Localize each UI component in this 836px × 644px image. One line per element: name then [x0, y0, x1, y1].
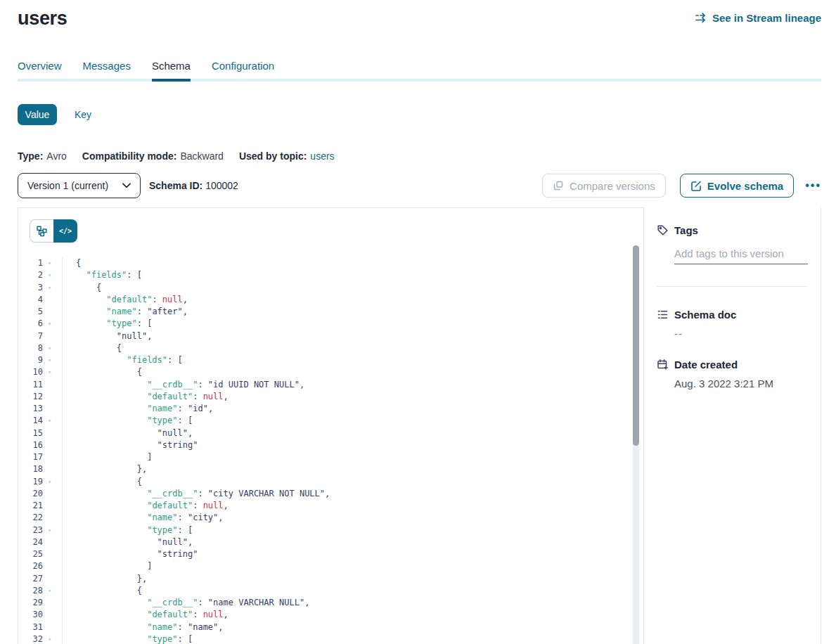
- fold-toggle[interactable]: ▾: [45, 257, 63, 269]
- fold-gutter: [45, 427, 63, 439]
- line-number: 11: [18, 379, 45, 391]
- code-line: 1▾{: [18, 257, 643, 269]
- tags-title: Tags: [674, 224, 698, 236]
- fold-toggle[interactable]: ▾: [45, 524, 63, 536]
- line-number: 22: [18, 512, 45, 524]
- fold-toggle[interactable]: ▾: [45, 342, 63, 354]
- view-mode-toggle: </>: [30, 219, 643, 243]
- line-number: 10: [18, 366, 45, 378]
- code-line: 3▾ {: [18, 282, 643, 294]
- value-toggle-button[interactable]: Value: [18, 104, 57, 125]
- code-line: 15 "null",: [18, 427, 643, 439]
- collapse-arrow-icon: ▾: [48, 355, 51, 366]
- fold-toggle[interactable]: ▾: [45, 585, 63, 597]
- code-line: 5 "name": "after",: [18, 306, 643, 318]
- see-in-stream-lineage-link[interactable]: See in Stream lineage: [695, 11, 821, 24]
- code-line: 10▾ {: [18, 366, 643, 378]
- code-view-button[interactable]: </>: [53, 219, 77, 243]
- fold-toggle[interactable]: ▾: [45, 476, 63, 488]
- line-number: 8: [18, 342, 45, 354]
- collapse-arrow-icon: ▾: [48, 258, 51, 269]
- code-content: },: [63, 463, 147, 475]
- fold-toggle[interactable]: ▾: [45, 633, 63, 644]
- code-line: 26 ]: [18, 560, 643, 572]
- version-actions: Compare versions Evolve schema •••: [542, 174, 821, 198]
- tree-view-button[interactable]: [30, 219, 53, 243]
- line-number: 13: [18, 403, 45, 415]
- code-content: {: [63, 585, 142, 597]
- line-number: 19: [18, 476, 45, 488]
- key-toggle-button[interactable]: Key: [75, 109, 91, 120]
- line-number: 30: [18, 609, 45, 621]
- version-bar: Version 1 (current) Schema ID: 100002 Co…: [18, 173, 821, 198]
- sidebar-divider: [657, 286, 807, 287]
- stream-lineage-icon: [695, 11, 707, 24]
- collapse-arrow-icon: ▾: [48, 367, 51, 378]
- code-line: 21 "default": null,: [18, 500, 643, 512]
- code-content: "type": [: [63, 633, 193, 644]
- code-line: 7 "null",: [18, 330, 643, 342]
- editor-scrollbar-thumb[interactable]: [633, 245, 639, 446]
- fold-toggle[interactable]: ▾: [45, 354, 63, 366]
- code-line: 18 },: [18, 463, 643, 475]
- schema-page: users See in Stream lineage Overview Mes…: [18, 0, 821, 644]
- code-content: "type": [: [63, 524, 193, 536]
- add-tags-input[interactable]: [674, 246, 808, 264]
- date-created-title: Date created: [674, 359, 738, 371]
- more-options-button[interactable]: •••: [805, 179, 821, 192]
- tab-overview[interactable]: Overview: [18, 60, 62, 82]
- line-number: 14: [18, 415, 45, 427]
- line-number: 3: [18, 282, 45, 294]
- code-line: 29 "__crdb__": "name VARCHAR NULL",: [18, 597, 643, 609]
- code-content: "default": null,: [63, 391, 229, 403]
- evolve-schema-button[interactable]: Evolve schema: [680, 174, 794, 198]
- collapse-arrow-icon: ▾: [48, 586, 51, 596]
- fold-gutter: [45, 500, 63, 512]
- collapse-arrow-icon: ▾: [48, 525, 51, 536]
- collapse-arrow-icon: ▾: [48, 343, 51, 354]
- used-by-topic: Used by topic:users: [239, 150, 335, 162]
- compare-versions-button[interactable]: Compare versions: [542, 174, 666, 198]
- tab-configuration[interactable]: Configuration: [212, 60, 274, 82]
- fold-toggle[interactable]: ▾: [45, 415, 63, 427]
- fold-toggle[interactable]: ▾: [45, 318, 63, 330]
- code-content: "name": "name",: [63, 622, 224, 633]
- code-line: 16 "string": [18, 439, 643, 451]
- line-number: 15: [18, 427, 45, 439]
- collapse-arrow-icon: ▾: [48, 416, 51, 426]
- schema-doc-section: Schema doc --: [657, 309, 808, 340]
- tab-messages[interactable]: Messages: [83, 60, 131, 82]
- fold-toggle[interactable]: ▾: [45, 269, 63, 281]
- code-line: 6▾ "type": [: [18, 318, 643, 330]
- code-line: 9▾ "fields": [: [18, 354, 643, 366]
- code-content: "default": null,: [63, 500, 229, 512]
- code-content: "default": null,: [63, 609, 229, 621]
- fold-gutter: [45, 609, 63, 621]
- code-content: "type": [: [63, 415, 193, 427]
- code-line: 2▾ "fields": [: [18, 269, 643, 281]
- schema-json-editor[interactable]: 1▾{2▾ "fields": [3▾ {4 "default": null,5…: [18, 257, 643, 644]
- code-content: ]: [63, 451, 152, 463]
- fold-toggle[interactable]: ▾: [45, 282, 63, 294]
- chevron-down-icon: [122, 183, 131, 188]
- line-number: 20: [18, 488, 45, 500]
- line-number: 2: [18, 269, 45, 281]
- code-content: {: [63, 257, 81, 269]
- line-number: 18: [18, 463, 45, 475]
- topic-link[interactable]: users: [310, 150, 334, 162]
- code-content: "null",: [63, 330, 152, 342]
- lineage-link-label: See in Stream lineage: [712, 12, 821, 24]
- line-number: 16: [18, 439, 45, 451]
- editor-scrollbar-track[interactable]: [633, 245, 639, 644]
- version-select[interactable]: Version 1 (current): [18, 173, 141, 198]
- line-number: 26: [18, 560, 45, 572]
- tab-schema[interactable]: Schema: [152, 60, 191, 82]
- line-number: 12: [18, 391, 45, 403]
- code-line: 30 "default": null,: [18, 609, 643, 621]
- code-content: "fields": [: [63, 269, 142, 281]
- version-select-value: Version 1 (current): [27, 180, 108, 191]
- schema-id: Schema ID: 100002: [149, 180, 238, 191]
- doc-list-icon: [657, 309, 669, 321]
- collapse-arrow-icon: ▾: [48, 283, 51, 293]
- fold-toggle[interactable]: ▾: [45, 366, 63, 378]
